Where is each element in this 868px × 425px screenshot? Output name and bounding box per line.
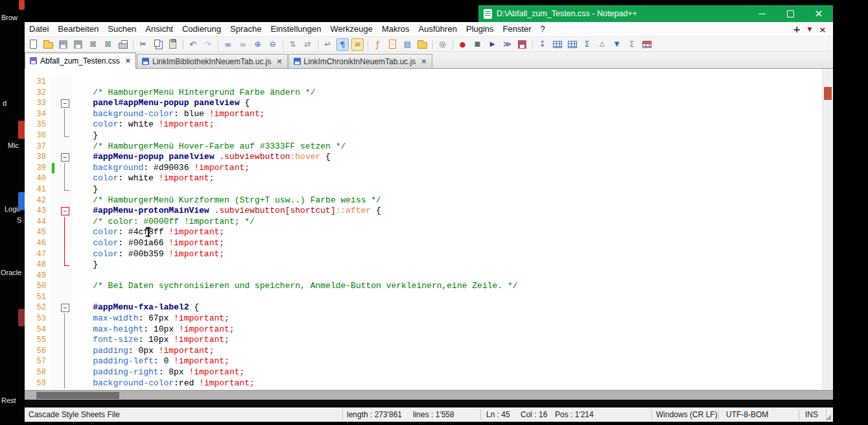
- editor[interactable]: 3132 /* HamburgerMenü Hintergrund Farbe …: [25, 69, 833, 390]
- undo-icon[interactable]: ↶: [187, 38, 199, 51]
- menu-item-bearbeiten[interactable]: Bearbeiten: [53, 22, 103, 36]
- code-line: 40 color: white !important;: [25, 173, 833, 184]
- horizontal-scrollbar-thumb[interactable]: [36, 392, 119, 399]
- desktop-bottom-strip: [0, 422, 868, 425]
- document-list-icon[interactable]: ▤: [401, 38, 414, 51]
- print-icon[interactable]: [117, 38, 129, 51]
- code-line: 34 background-color: blue !important;: [25, 109, 833, 120]
- record-macro-icon[interactable]: ●: [456, 38, 469, 51]
- fold-toggle-icon[interactable]: −: [61, 153, 69, 162]
- fold-toggle-icon[interactable]: −: [61, 304, 69, 312]
- play-macro-icon[interactable]: ▶: [486, 38, 499, 51]
- desktop-icon-fragment[interactable]: [18, 121, 25, 139]
- status-encoding[interactable]: UTF-8-BOM: [726, 407, 768, 422]
- menu-item-plugins[interactable]: Plugins: [462, 22, 499, 36]
- replace-icon[interactable]: ∞: [237, 38, 249, 51]
- menu-item-suchen[interactable]: Suchen: [103, 22, 141, 36]
- line-number: 59: [25, 378, 51, 389]
- plugin-import-icon[interactable]: ↧: [536, 38, 548, 51]
- desktop-icon-fragment[interactable]: [19, 0, 25, 10]
- run-macro-multiple-icon[interactable]: ≫: [501, 38, 513, 51]
- new-file-icon[interactable]: [27, 38, 40, 51]
- document-map-icon[interactable]: [386, 38, 399, 51]
- plugin-sum-line-icon[interactable]: Σ: [626, 38, 638, 51]
- indent-guide-icon[interactable]: ≡: [351, 38, 364, 51]
- fold-guide-line: [57, 227, 73, 238]
- fold-margin: [57, 217, 73, 228]
- copy-icon[interactable]: [152, 38, 164, 51]
- code-text: }: [73, 260, 98, 271]
- horizontal-scrollbar[interactable]: [25, 390, 833, 400]
- stop-recording-icon[interactable]: ■: [471, 38, 484, 51]
- status-eol[interactable]: Windows (CR LF): [656, 407, 718, 422]
- close-button[interactable]: [804, 5, 833, 22]
- change-marker-margin: [51, 109, 57, 120]
- fold-toggle-icon[interactable]: −: [61, 99, 69, 108]
- code-text: #appMenu-popup panelview .subviewbutton:…: [73, 152, 331, 163]
- maximize-button[interactable]: [776, 5, 804, 22]
- tab-close-icon[interactable]: ×: [421, 57, 427, 66]
- change-marker-margin: [51, 152, 57, 163]
- redo-icon[interactable]: ↷: [202, 38, 214, 51]
- fold-margin: [57, 88, 73, 99]
- zoom-out-icon[interactable]: ⊖: [266, 38, 279, 51]
- menu-item-werkzeuge[interactable]: Werkzeuge: [325, 22, 377, 36]
- close-all-files-icon[interactable]: ⊠: [102, 38, 114, 51]
- resize-grip[interactable]: [826, 413, 831, 420]
- change-marker-margin: [51, 130, 57, 141]
- function-list-icon[interactable]: ƒ: [371, 38, 384, 51]
- cut-icon[interactable]: ✂: [137, 38, 149, 51]
- line-number: 40: [25, 173, 51, 184]
- menu-item-ansicht[interactable]: Ansicht: [141, 22, 178, 36]
- toolbar-separator: [133, 40, 134, 49]
- save-macro-icon[interactable]: [516, 38, 528, 51]
- monitoring-icon[interactable]: ◎: [436, 38, 449, 51]
- desktop-icon-fragment[interactable]: [18, 309, 25, 326]
- menu-item-makros[interactable]: Makros: [377, 22, 414, 36]
- menu-item-sprache[interactable]: Sprache: [226, 22, 266, 36]
- close-file-icon[interactable]: ⊠: [87, 38, 99, 51]
- desktop-icon-fragment[interactable]: [18, 192, 25, 210]
- vertical-scrollbar-thumb[interactable]: [824, 87, 832, 100]
- menu-item-datei[interactable]: Datei: [25, 22, 53, 36]
- code-text: color: white !important;: [73, 173, 214, 184]
- status-insert-mode[interactable]: INS: [805, 407, 818, 422]
- fold-margin: −: [57, 98, 73, 109]
- sync-horizontal-icon[interactable]: ⇄: [301, 38, 314, 51]
- tab-abfall-zum-testen-css[interactable]: Abfall_zum_Testen.css×: [25, 53, 136, 69]
- folder-as-workspace-icon[interactable]: [416, 38, 428, 51]
- close-document-button[interactable]: ×: [816, 25, 829, 34]
- menu-item-einstellungen[interactable]: Einstellungen: [266, 22, 325, 36]
- tab-close-icon[interactable]: ×: [125, 56, 131, 65]
- zoom-in-icon[interactable]: ⊕: [252, 38, 264, 51]
- paste-icon[interactable]: [167, 38, 179, 51]
- find-icon[interactable]: ∞: [222, 38, 234, 51]
- sync-vertical-icon[interactable]: ⇅: [287, 38, 299, 51]
- plugin-sort-desc-icon[interactable]: ▼: [611, 38, 623, 51]
- tab-linkimchronikinneuemtab-uc-js[interactable]: LinkImChronikInNeuemTab.uc.js×: [288, 54, 432, 68]
- menu-item-help[interactable]: ?: [536, 22, 550, 36]
- tab-list-button[interactable]: ▼: [803, 26, 816, 32]
- minimize-button[interactable]: [747, 5, 776, 22]
- plugin-grid-red-icon[interactable]: [640, 38, 653, 51]
- save-icon[interactable]: [57, 38, 69, 51]
- menu-item-ausfhren[interactable]: Ausführen: [414, 22, 462, 36]
- tab-close-icon[interactable]: ×: [276, 57, 282, 66]
- word-wrap-icon[interactable]: ↵: [322, 38, 334, 51]
- plugin-table-lines-icon[interactable]: [566, 38, 578, 51]
- code-line: 55 font-size: 10px !important;: [25, 335, 833, 346]
- save-all-icon[interactable]: [72, 38, 84, 51]
- new-tab-button[interactable]: +: [790, 24, 803, 34]
- code-text: /* HamburgerMenü Hover-Farbe auf #3333FF…: [73, 141, 346, 152]
- menu-item-codierung[interactable]: Codierung: [178, 22, 226, 36]
- status-line: Ln : 45: [486, 407, 510, 422]
- plugin-sum-icon[interactable]: Σ: [581, 38, 593, 51]
- vertical-scrollbar[interactable]: [822, 69, 833, 390]
- fold-toggle-icon[interactable]: −: [61, 207, 69, 215]
- plugin-sort-asc-icon[interactable]: △: [596, 38, 608, 51]
- show-all-characters-icon[interactable]: ¶: [336, 38, 349, 51]
- open-file-icon[interactable]: [42, 38, 54, 51]
- menu-item-fenster[interactable]: Fenster: [499, 22, 536, 36]
- tab-linkimbibliothekinneuemtab-uc-js[interactable]: LinkImBibliothekInNeuemTab.uc.js×: [137, 54, 288, 68]
- plugin-table-icon[interactable]: [551, 38, 563, 51]
